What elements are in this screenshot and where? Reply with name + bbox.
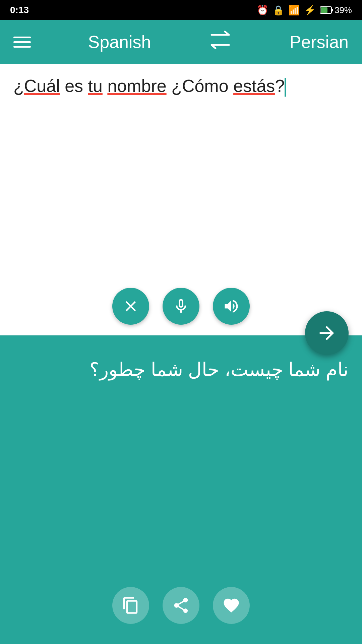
battery-icon: 39% xyxy=(320,5,352,15)
svg-rect-1 xyxy=(321,7,327,13)
status-icons: ⏰ 🔒 📶 ⚡ 39% xyxy=(257,5,352,16)
translate-button[interactable] xyxy=(305,311,349,355)
menu-button[interactable] xyxy=(13,37,31,48)
sim-icon: 🔒 xyxy=(273,5,284,16)
signal-icon: 📶 xyxy=(288,5,300,16)
source-language-button[interactable]: Spanish xyxy=(88,32,151,52)
spell-check-word-3: nombre xyxy=(107,76,166,96)
battery-pct: 39% xyxy=(335,5,352,15)
status-time: 0:13 xyxy=(10,5,29,15)
alarm-icon: ⏰ xyxy=(257,5,268,16)
spell-check-word-4: estás xyxy=(233,76,275,96)
translated-text: نام شما چیست، حال شما چطور؟ xyxy=(13,356,349,384)
spell-check-word-1: Cuál xyxy=(24,76,60,96)
panels-wrapper: ¿Cuál es tu nombre ¿Cómo estás? xyxy=(0,64,362,644)
spell-check-word-2: tu xyxy=(88,76,103,96)
translation-panel: نام شما چیست، حال شما چطور؟ xyxy=(0,335,362,644)
microphone-button[interactable] xyxy=(163,288,199,325)
toolbar: Spanish Persian xyxy=(0,20,362,64)
svg-rect-2 xyxy=(332,9,333,11)
swap-languages-button[interactable] xyxy=(208,30,232,54)
charging-icon: ⚡ xyxy=(304,5,316,16)
source-panel: ¿Cuál es tu nombre ¿Cómo estás? xyxy=(0,64,362,335)
translation-actions xyxy=(112,587,250,624)
target-language-button[interactable]: Persian xyxy=(290,32,349,52)
source-actions xyxy=(112,288,250,325)
clear-button[interactable] xyxy=(112,288,149,325)
source-text[interactable]: ¿Cuál es tu nombre ¿Cómo estás? xyxy=(13,74,349,275)
status-bar: 0:13 ⏰ 🔒 📶 ⚡ 39% xyxy=(0,0,362,20)
copy-button[interactable] xyxy=(112,587,149,624)
share-button[interactable] xyxy=(163,587,199,624)
text-cursor xyxy=(285,78,286,97)
favorite-button[interactable] xyxy=(213,587,250,624)
speaker-button[interactable] xyxy=(213,288,250,325)
